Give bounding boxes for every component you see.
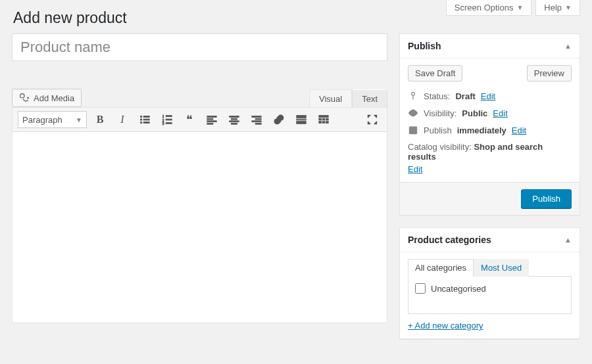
align-left-button[interactable]: [203, 111, 221, 128]
numbered-list-button[interactable]: 123: [158, 111, 176, 128]
edit-visibility-link[interactable]: Edit: [493, 108, 507, 118]
help-button[interactable]: Help ▼: [535, 0, 580, 16]
svg-rect-16: [207, 123, 213, 124]
toolbar-toggle-button[interactable]: [314, 111, 333, 128]
eye-icon: [408, 108, 418, 118]
svg-rect-8: [166, 116, 172, 117]
category-checkbox[interactable]: [415, 283, 426, 294]
svg-rect-32: [319, 122, 322, 124]
link-button[interactable]: [270, 111, 288, 128]
svg-rect-12: [166, 123, 172, 124]
screen-options-button[interactable]: Screen Options ▼: [446, 0, 532, 16]
publish-time-value: immediately: [457, 125, 506, 135]
screen-options-label: Screen Options: [455, 3, 514, 12]
svg-rect-25: [297, 116, 306, 118]
tab-text[interactable]: Text: [352, 89, 387, 107]
svg-rect-19: [230, 121, 239, 122]
tab-all-categories[interactable]: All categories: [408, 259, 474, 277]
fullscreen-button[interactable]: [363, 111, 382, 128]
align-left-icon: [206, 114, 218, 125]
format-select-value: Paragraph: [22, 115, 62, 125]
svg-rect-29: [319, 118, 322, 120]
align-right-icon: [251, 114, 262, 125]
editor-box: Paragraph ▼ B I 123 ❝: [12, 107, 387, 323]
visibility-value: Public: [462, 108, 487, 118]
align-right-button[interactable]: [247, 111, 266, 128]
category-item[interactable]: Uncategorised: [415, 283, 486, 294]
tab-most-used[interactable]: Most Used: [474, 259, 529, 277]
svg-rect-6: [143, 122, 149, 124]
collapse-toggle-icon[interactable]: ▲: [564, 236, 572, 244]
preview-button[interactable]: Preview: [527, 65, 572, 81]
link-icon: [273, 114, 285, 125]
svg-rect-14: [207, 118, 213, 120]
svg-rect-28: [319, 116, 328, 118]
format-select[interactable]: Paragraph ▼: [18, 111, 87, 128]
svg-rect-18: [232, 118, 237, 120]
svg-point-0: [20, 94, 24, 98]
svg-rect-2: [143, 116, 149, 118]
bullet-list-button[interactable]: [136, 111, 154, 128]
svg-point-1: [140, 116, 142, 118]
edit-status-link[interactable]: Edit: [481, 91, 495, 101]
media-icon: [19, 93, 30, 103]
svg-rect-30: [322, 118, 325, 120]
save-draft-button[interactable]: Save Draft: [408, 65, 462, 81]
svg-rect-37: [409, 127, 416, 133]
svg-rect-23: [252, 121, 261, 122]
bold-button[interactable]: B: [91, 111, 109, 128]
numbered-list-icon: 123: [161, 114, 173, 125]
tab-visual[interactable]: Visual: [309, 89, 352, 107]
svg-rect-21: [252, 116, 261, 118]
read-more-icon: [295, 114, 307, 125]
collapse-toggle-icon[interactable]: ▲: [564, 42, 572, 50]
help-label: Help: [544, 3, 562, 12]
editor-toolbar: Paragraph ▼ B I 123 ❝: [12, 108, 387, 132]
svg-rect-17: [230, 116, 239, 118]
svg-rect-31: [326, 118, 329, 120]
caret-down-icon: ▼: [76, 116, 82, 124]
categories-box: Product categories ▲ All categories Most…: [399, 227, 580, 339]
svg-point-5: [140, 122, 142, 124]
svg-rect-4: [143, 119, 149, 120]
svg-point-36: [412, 112, 414, 114]
publish-button[interactable]: Publish: [521, 189, 572, 208]
editor-content[interactable]: [12, 132, 387, 323]
svg-rect-26: [297, 119, 306, 120]
publish-heading: Publish: [408, 41, 441, 51]
caret-down-icon: ▼: [565, 4, 572, 11]
svg-rect-10: [166, 119, 172, 120]
catalog-visibility-label: Catalog visibility:: [408, 142, 472, 152]
read-more-button[interactable]: [292, 111, 310, 128]
svg-point-3: [140, 119, 142, 121]
edit-catalog-visibility-link[interactable]: Edit: [408, 164, 422, 174]
svg-point-35: [412, 92, 415, 95]
align-center-button[interactable]: [225, 111, 243, 128]
blockquote-button[interactable]: ❝: [180, 111, 199, 128]
svg-rect-24: [255, 123, 261, 124]
status-label: Status:: [424, 91, 450, 101]
add-new-category-link[interactable]: + Add new category: [408, 321, 483, 330]
fullscreen-icon: [366, 114, 378, 125]
product-title-input[interactable]: [12, 34, 387, 61]
italic-button[interactable]: I: [113, 111, 132, 128]
svg-rect-20: [232, 123, 237, 124]
caret-down-icon: ▼: [516, 4, 523, 11]
svg-rect-27: [297, 122, 306, 124]
status-value: Draft: [455, 91, 475, 101]
svg-rect-22: [255, 118, 261, 120]
svg-rect-13: [207, 116, 216, 118]
svg-rect-15: [207, 121, 216, 122]
category-label: Uncategorised: [431, 284, 486, 294]
category-list: Uncategorised: [408, 276, 572, 314]
categories-heading: Product categories: [408, 235, 491, 245]
edit-publish-time-link[interactable]: Edit: [512, 125, 526, 135]
svg-text:3: 3: [162, 122, 164, 125]
add-media-button[interactable]: Add Media: [12, 89, 82, 107]
visibility-label: Visibility:: [424, 108, 456, 118]
bullet-list-icon: [139, 114, 151, 125]
publish-time-label: Publish: [424, 125, 452, 135]
align-center-icon: [228, 114, 240, 125]
pin-icon: [408, 91, 418, 101]
add-media-label: Add Media: [34, 93, 74, 103]
